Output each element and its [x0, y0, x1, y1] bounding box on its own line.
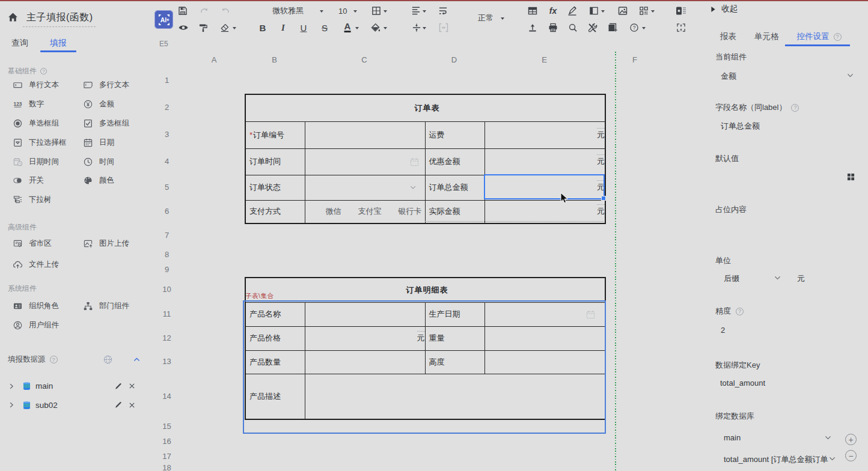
format-style-caret-icon[interactable] [501, 17, 504, 20]
vertical-align-caret-icon[interactable] [423, 27, 426, 29]
current-component-select[interactable]: 金额 [721, 71, 736, 82]
font-family-caret-icon[interactable] [320, 10, 323, 13]
page-title[interactable]: 主子填报(函数) [23, 11, 96, 27]
expand-icon[interactable] [8, 383, 15, 390]
font-color-button[interactable]: A [344, 22, 351, 32]
component-item[interactable]: 部门组件 [84, 296, 148, 315]
selected-cell-outline[interactable] [484, 174, 605, 199]
payment-method-cell[interactable]: 微信 支付宝 银行卡 [305, 200, 425, 223]
detail-table-title[interactable]: 订单明细表 [245, 278, 605, 302]
ai-assistant-button[interactable] [154, 10, 173, 29]
binding-field-select[interactable]: total_amount [订单总金额订单 [724, 454, 828, 465]
delete-icon[interactable] [128, 382, 136, 390]
radio-option[interactable]: 银行卡 [399, 206, 422, 217]
row-header[interactable]: 6 [153, 199, 180, 223]
unit-position-select[interactable]: 后缀 [724, 273, 739, 284]
help-caret-icon[interactable] [642, 27, 646, 29]
order-table-title[interactable]: 订单表 [245, 94, 605, 121]
merge-cells-button[interactable] [439, 23, 448, 32]
row-header[interactable]: 16 [153, 434, 180, 449]
freeze-panes-button[interactable] [590, 7, 599, 16]
component-item[interactable]: 单选框组 [13, 114, 84, 133]
binding-db-select[interactable]: main [724, 433, 741, 442]
radio-option[interactable]: 微信 [326, 206, 341, 217]
save-button[interactable] [178, 6, 188, 16]
search-button[interactable] [569, 23, 578, 32]
component-item[interactable]: 颜色 [84, 171, 148, 190]
delete-icon[interactable] [128, 401, 136, 409]
upload-button[interactable] [528, 23, 537, 32]
help-icon[interactable]: ? [736, 308, 744, 315]
row-header[interactable]: 3 [153, 121, 180, 148]
discount-amount-cell[interactable]: 元 [484, 148, 605, 175]
field-name-input[interactable]: 订单总金额 [721, 121, 760, 132]
function-button[interactable]: fx [549, 6, 557, 16]
italic-button[interactable]: I [281, 23, 285, 33]
row-header[interactable]: 11 [153, 302, 180, 326]
underline-button[interactable]: U [301, 23, 307, 33]
fill-color-button[interactable] [371, 23, 381, 32]
component-item[interactable]: 下拉树 [13, 190, 84, 210]
row-header[interactable]: 17 [153, 449, 180, 464]
row-header[interactable]: 4 [153, 148, 180, 174]
column-header[interactable]: E [484, 53, 605, 66]
component-item[interactable]: 单行文本 [13, 76, 84, 95]
component-item[interactable]: 数字 [13, 95, 84, 114]
qrcode-button[interactable] [640, 7, 649, 16]
row-header[interactable]: 2 [153, 94, 180, 121]
radio-option[interactable]: 支付宝 [358, 206, 382, 217]
datasource-item[interactable]: sub02 [0, 396, 149, 415]
field-label-cell[interactable]: 订单状态 [245, 175, 305, 200]
edit-icon[interactable] [114, 382, 123, 390]
row-header[interactable]: 1 [153, 66, 180, 94]
align-caret-icon[interactable] [423, 10, 426, 13]
add-binding-button[interactable]: + [845, 434, 857, 445]
strikethrough-button[interactable]: S [322, 23, 328, 33]
corner-header[interactable] [153, 53, 183, 66]
row-header[interactable]: 18 [153, 464, 180, 471]
borders-caret-icon[interactable] [384, 10, 387, 13]
format-painter-button[interactable] [199, 23, 208, 32]
wrap-text-button[interactable] [439, 7, 448, 16]
field-label-cell[interactable]: 实际金额 [425, 200, 484, 223]
expand-icon[interactable] [8, 401, 15, 409]
component-item[interactable]: 时间 [84, 152, 148, 171]
component-item[interactable]: 金额 [84, 95, 148, 114]
column-header[interactable]: A [183, 53, 245, 66]
fill-color-caret-icon[interactable] [384, 27, 387, 29]
component-item[interactable]: 多选框组 [84, 114, 148, 133]
field-label-cell[interactable]: 优惠金额 [425, 148, 484, 175]
print-button[interactable] [548, 23, 558, 32]
component-item[interactable]: 用户组件 [13, 315, 84, 335]
vertical-align-button[interactable] [412, 23, 421, 32]
rename-sheet-button[interactable] [608, 23, 617, 32]
order-status-select-cell[interactable] [305, 175, 425, 200]
tab-widget-settings[interactable]: 控件设置 ? [797, 31, 842, 51]
tab-report[interactable]: 报表 [720, 31, 736, 51]
font-family-select[interactable]: 微软雅黑 [272, 5, 304, 16]
collapse-toolbar-button[interactable] [677, 23, 686, 32]
component-item[interactable]: 下拉选择框 [13, 133, 84, 152]
component-item[interactable]: 日期时间 [13, 152, 84, 171]
align-button[interactable] [412, 7, 421, 16]
edit-icon[interactable] [114, 401, 123, 409]
freeze-panes-caret-icon[interactable] [601, 10, 605, 13]
help-icon[interactable]: ? [50, 356, 58, 363]
datasource-collapse-icon[interactable] [133, 356, 141, 363]
eraser-caret-icon[interactable] [233, 27, 236, 29]
component-item[interactable]: 日期 [84, 133, 148, 152]
help-button[interactable] [630, 23, 639, 32]
actual-amount-cell[interactable]: 元 [484, 200, 605, 223]
chevron-down-icon[interactable] [828, 455, 836, 463]
remove-binding-button[interactable]: − [845, 450, 857, 461]
field-label-cell[interactable]: 订单总金额 [425, 175, 484, 200]
component-item[interactable]: 文件上传 [13, 254, 84, 275]
sign-button[interactable] [567, 6, 577, 16]
font-color-caret-icon[interactable] [355, 27, 359, 29]
help-icon[interactable]: ? [791, 104, 799, 112]
qrcode-caret-icon[interactable] [651, 10, 655, 13]
tab-cell[interactable]: 单元格 [754, 31, 779, 51]
datasource-item[interactable]: main [0, 377, 149, 396]
preview-eye-button[interactable] [179, 24, 189, 31]
insert-image-button[interactable] [618, 6, 628, 16]
